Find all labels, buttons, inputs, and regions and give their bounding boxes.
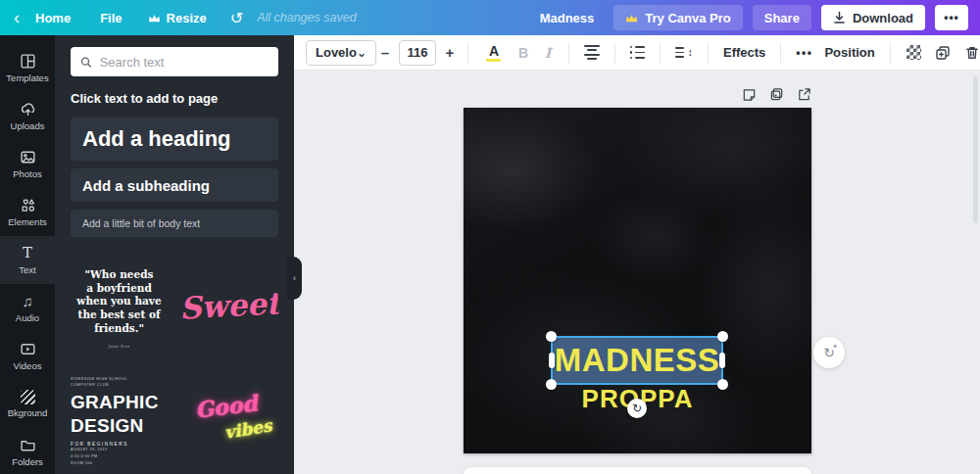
search-icon	[80, 56, 92, 69]
bold-button[interactable]: B	[514, 45, 533, 61]
save-status-text: All changes saved	[257, 11, 356, 24]
download-button[interactable]: Download	[821, 5, 925, 30]
sidebar-label: Folders	[12, 456, 43, 467]
duplicate-icon	[935, 45, 951, 61]
try-pro-label: Try Canva Pro	[645, 11, 730, 25]
sidebar-label: Audio	[16, 312, 39, 323]
transparency-button[interactable]	[906, 45, 921, 60]
bullet-list-button[interactable]	[630, 46, 646, 60]
text-template-grid: "Who needs a boyfriend when you have the…	[71, 257, 278, 470]
page-actions	[464, 87, 811, 102]
sidebar-item-videos[interactable]: Videos	[0, 332, 55, 380]
sidebar-item-uploads[interactable]: Uploads	[0, 92, 55, 140]
sidebar-item-elements[interactable]: Elements	[0, 188, 55, 236]
sidebar-item-audio[interactable]: ♫ Audio	[0, 284, 55, 332]
download-icon	[833, 11, 846, 24]
text-panel: Click text to add to page Add a heading …	[55, 35, 294, 474]
resize-handle-top-left[interactable]	[546, 331, 557, 342]
selected-text-element[interactable]: MADNESS	[551, 336, 723, 385]
text-color-letter: A	[489, 44, 499, 58]
resize-menu[interactable]: Resize	[148, 11, 207, 25]
back-chevron-icon[interactable]: ‹	[14, 9, 20, 26]
background-stripes-icon	[21, 390, 35, 404]
vertical-scrollbar[interactable]	[973, 76, 978, 223]
document-title[interactable]: Madness	[540, 11, 595, 25]
font-size-decrease-button[interactable]: –	[376, 44, 394, 61]
font-size-increase-button[interactable]: +	[441, 44, 459, 61]
font-size-value[interactable]: 116	[399, 40, 436, 66]
sweet-script-template[interactable]: Sweet	[178, 254, 280, 356]
good-vibes-neon-template[interactable]: Good vibes	[181, 372, 278, 470]
quote-line: a boyfriend	[71, 282, 168, 296]
toolbar-separator	[467, 42, 468, 64]
crown-icon	[625, 13, 638, 24]
sidebar-item-photos[interactable]: Photos	[0, 140, 55, 188]
text-color-button[interactable]: A	[484, 44, 504, 62]
add-body-text-card[interactable]: Add a little bit of body text	[71, 210, 278, 237]
templates-grid-icon	[20, 53, 36, 70]
canvas-heading-text[interactable]: MADNESS	[555, 342, 720, 379]
toolbar-separator	[780, 42, 781, 64]
good-vibes-word2: vibes	[223, 415, 273, 442]
design-canvas-page[interactable]: MADNESS PROPPA ↻	[464, 108, 811, 453]
panel-collapse-tab[interactable]: ‹	[287, 257, 302, 300]
try-canva-pro-button[interactable]: Try Canva Pro	[613, 5, 742, 30]
elements-shapes-icon	[20, 197, 36, 213]
audio-note-icon: ♫	[20, 293, 36, 309]
home-menu[interactable]: Home	[35, 11, 71, 25]
panel-hint-text: Click text to add to page	[71, 91, 278, 106]
sidebar-label: Videos	[14, 360, 42, 371]
rotate-icon: ↻	[632, 402, 642, 415]
font-name: Lovelo	[316, 45, 357, 60]
next-page-preview[interactable]	[464, 467, 811, 474]
add-subheading-card[interactable]: Add a subheading	[71, 168, 278, 202]
text-color-swatch	[486, 59, 501, 62]
sidebar-label: Text	[19, 264, 35, 275]
resize-handle-left[interactable]	[549, 353, 555, 368]
add-page-icon[interactable]	[797, 87, 811, 102]
quote-author: Jane Doe	[71, 344, 168, 349]
crown-icon	[148, 13, 161, 24]
undo-button[interactable]: ↺	[230, 9, 243, 27]
trash-icon	[964, 45, 980, 61]
sidebar-label: Elements	[8, 216, 47, 227]
sidebar-label: Templates	[6, 72, 48, 83]
sidebar-item-background[interactable]: Bkground	[0, 380, 55, 428]
graphic-design-template[interactable]: RIVERSIDE HIGH SCHOOL COMPUTER CLUB GRAP…	[71, 372, 168, 470]
letter-spacing-button[interactable]: ↕	[675, 47, 693, 58]
position-button[interactable]: Position	[818, 45, 880, 60]
quote-text-template[interactable]: "Who needs a boyfriend when you have the…	[71, 257, 168, 355]
resize-handle-right[interactable]	[719, 353, 725, 368]
delete-button[interactable]	[964, 45, 980, 61]
add-heading-card[interactable]: Add a heading	[71, 118, 278, 161]
graphic-detail: ROOM 204	[71, 460, 168, 467]
text-align-button[interactable]	[583, 45, 601, 60]
duplicate-button[interactable]	[935, 45, 951, 61]
effects-button[interactable]: Effects	[717, 45, 771, 60]
resize-handle-top-right[interactable]	[717, 331, 728, 342]
toolbar-separator	[708, 42, 709, 64]
topbar-right-group: Madness Try Canva Pro Share Download •••	[540, 5, 968, 30]
sidebar-item-folders[interactable]: Folders	[0, 428, 55, 474]
chevron-down-icon: ⌄	[357, 46, 367, 60]
search-input[interactable]	[100, 55, 269, 70]
rotate-handle[interactable]: ↻	[627, 399, 647, 418]
topbar-more-button[interactable]: •••	[935, 5, 968, 30]
file-menu[interactable]: File	[100, 11, 122, 25]
toolbar-separator	[890, 42, 891, 64]
download-label: Download	[853, 11, 913, 25]
share-button[interactable]: Share	[753, 5, 811, 30]
duplicate-page-icon[interactable]	[769, 87, 784, 102]
sidebar-item-text[interactable]: T Text	[0, 236, 55, 284]
font-family-dropdown[interactable]: Lovelo ⌄	[306, 40, 376, 66]
sidebar-item-templates[interactable]: Templates	[0, 44, 55, 92]
graphic-title: DESIGN	[71, 416, 168, 435]
italic-button[interactable]: I	[539, 45, 557, 61]
sidebar-label: Uploads	[11, 120, 45, 131]
toolbar-more-button[interactable]: •••	[790, 46, 818, 60]
search-box[interactable]	[71, 47, 278, 76]
upload-cloud-icon	[20, 101, 36, 118]
notes-icon[interactable]	[742, 87, 757, 102]
page-rotate-button[interactable]: ↻ +	[813, 337, 845, 368]
toolbar-separator	[614, 42, 615, 64]
